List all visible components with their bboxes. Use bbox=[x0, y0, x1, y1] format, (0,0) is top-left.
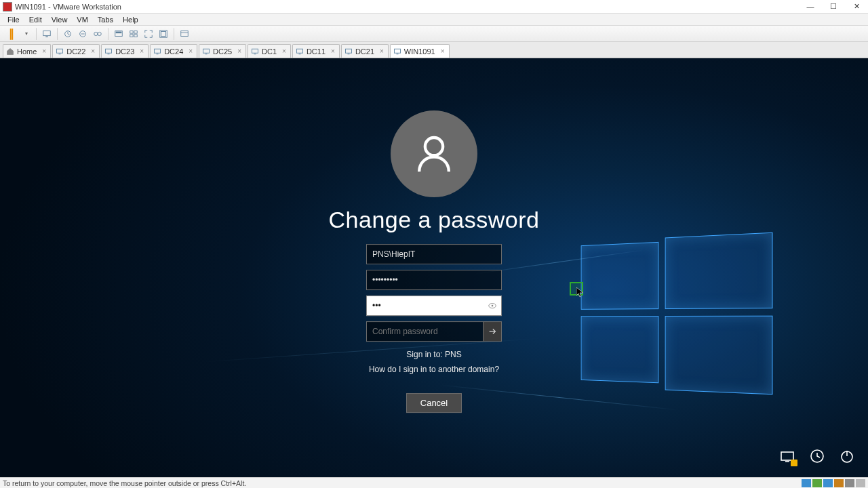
tab-dc22[interactable]: DC22 × bbox=[52, 44, 100, 58]
tab-close-icon[interactable]: × bbox=[140, 47, 144, 55]
tab-label: Home bbox=[17, 47, 37, 56]
tray-printer-icon[interactable] bbox=[856, 479, 865, 487]
user-avatar-icon bbox=[391, 110, 477, 197]
tab-dc11[interactable]: DC11 × bbox=[292, 44, 340, 58]
svg-rect-14 bbox=[181, 30, 189, 36]
tab-close-icon[interactable]: × bbox=[91, 47, 95, 55]
power-menu-button[interactable] bbox=[19, 27, 33, 41]
menu-tabs[interactable]: Tabs bbox=[93, 14, 118, 25]
svg-rect-26 bbox=[296, 49, 302, 53]
svg-rect-18 bbox=[106, 49, 112, 53]
manage-snapshots-button[interactable] bbox=[91, 27, 104, 41]
window-title: WIN1091 - VMware Workstation bbox=[15, 3, 121, 11]
send-ctrl-alt-del-button[interactable] bbox=[40, 27, 54, 41]
tab-close-icon[interactable]: × bbox=[380, 47, 384, 55]
tray-cd-icon[interactable] bbox=[812, 479, 822, 487]
svg-rect-13 bbox=[161, 31, 166, 36]
svg-rect-9 bbox=[134, 30, 137, 33]
tab-close-icon[interactable]: × bbox=[282, 47, 286, 55]
menu-help[interactable]: Help bbox=[118, 14, 143, 25]
tab-dc21[interactable]: DC21 × bbox=[341, 44, 389, 58]
menu-view[interactable]: View bbox=[47, 14, 73, 25]
tray-network-icon[interactable] bbox=[823, 479, 833, 487]
tab-label: WIN1091 bbox=[404, 47, 435, 56]
tab-close-icon[interactable]: × bbox=[189, 47, 193, 55]
ease-of-access-icon[interactable] bbox=[808, 447, 826, 465]
tab-dc1[interactable]: DC1 × bbox=[248, 44, 291, 58]
new-password-field[interactable] bbox=[366, 296, 502, 316]
revert-snapshot-button[interactable] bbox=[76, 27, 90, 41]
svg-point-34 bbox=[492, 305, 494, 307]
confirm-password-field[interactable] bbox=[366, 321, 483, 342]
tab-label: DC22 bbox=[66, 47, 85, 56]
svg-rect-22 bbox=[203, 49, 210, 53]
tab-dc25[interactable]: DC25 × bbox=[199, 44, 246, 58]
tray-usb-icon[interactable] bbox=[834, 479, 844, 487]
cancel-button[interactable]: Cancel bbox=[406, 393, 462, 413]
device-tray bbox=[802, 479, 868, 487]
svg-rect-24 bbox=[252, 49, 258, 53]
cursor-icon bbox=[576, 287, 585, 298]
username-field[interactable] bbox=[366, 244, 502, 264]
toolbar-separator bbox=[36, 28, 37, 40]
toolbar-separator bbox=[108, 28, 108, 40]
status-text: To return to your computer, move the mou… bbox=[0, 479, 802, 487]
unity-button[interactable] bbox=[157, 27, 170, 41]
toolbar-separator bbox=[57, 28, 58, 40]
svg-rect-35 bbox=[781, 452, 793, 460]
snapshot-button[interactable] bbox=[61, 27, 75, 41]
svg-rect-0 bbox=[43, 30, 51, 35]
svg-point-4 bbox=[94, 32, 98, 35]
submit-arrow-button[interactable] bbox=[483, 321, 502, 342]
svg-rect-10 bbox=[130, 34, 133, 37]
change-password-panel: Change a password Sign in to: PN bbox=[298, 110, 570, 413]
old-password-field[interactable] bbox=[366, 270, 502, 290]
tray-hdd-icon[interactable] bbox=[802, 479, 811, 487]
titlebar: WIN1091 - VMware Workstation — ☐ ✕ bbox=[0, 0, 868, 14]
tray-sound-icon[interactable] bbox=[845, 479, 854, 487]
menu-edit[interactable]: Edit bbox=[24, 14, 47, 25]
menubar: File Edit View VM Tabs Help bbox=[0, 14, 868, 26]
svg-rect-16 bbox=[57, 49, 63, 53]
suspend-button[interactable]: ∥ bbox=[4, 27, 18, 41]
app-icon bbox=[3, 2, 12, 12]
svg-point-32 bbox=[425, 138, 443, 155]
tab-close-icon[interactable]: × bbox=[42, 47, 46, 55]
menu-file[interactable]: File bbox=[3, 14, 24, 25]
other-domain-link[interactable]: How do I sign in to another domain? bbox=[369, 365, 499, 374]
svg-rect-7 bbox=[116, 31, 122, 33]
reveal-password-icon[interactable] bbox=[486, 299, 499, 312]
lock-screen-footer bbox=[778, 447, 856, 465]
fullscreen-button[interactable] bbox=[142, 27, 155, 41]
tab-label: DC21 bbox=[355, 47, 374, 56]
thumbnail-button[interactable] bbox=[127, 27, 140, 41]
tab-label: DC1 bbox=[262, 47, 277, 56]
tab-close-icon[interactable]: × bbox=[237, 47, 241, 55]
tab-close-icon[interactable]: × bbox=[441, 47, 445, 55]
menu-vm[interactable]: VM bbox=[72, 14, 93, 25]
close-button[interactable]: ✕ bbox=[845, 0, 868, 14]
tab-label: DC25 bbox=[213, 47, 232, 56]
network-icon[interactable] bbox=[778, 447, 796, 465]
power-icon[interactable] bbox=[838, 447, 856, 465]
vm-tabstrip: Home × DC22 × DC23 × DC24 × DC25 × DC1 × bbox=[0, 42, 868, 58]
svg-rect-1 bbox=[45, 36, 48, 37]
show-console-button[interactable] bbox=[112, 27, 125, 41]
tab-dc24[interactable]: DC24 × bbox=[150, 44, 197, 58]
windows-logo bbox=[581, 237, 773, 402]
tab-win1091[interactable]: WIN1091 × bbox=[390, 44, 450, 58]
svg-rect-8 bbox=[130, 30, 133, 33]
toolbar: ∥ bbox=[0, 26, 868, 42]
tab-close-icon[interactable]: × bbox=[331, 47, 335, 55]
tab-dc23[interactable]: DC23 × bbox=[101, 44, 149, 58]
tab-home[interactable]: Home × bbox=[3, 44, 51, 58]
page-title: Change a password bbox=[329, 207, 540, 233]
tab-label: DC11 bbox=[307, 47, 326, 56]
statusbar: To return to your computer, move the mou… bbox=[0, 477, 868, 488]
svg-rect-30 bbox=[394, 49, 400, 53]
vm-display[interactable]: Change a password Sign in to: PN bbox=[0, 58, 868, 477]
minimize-button[interactable]: — bbox=[799, 0, 822, 14]
maximize-button[interactable]: ☐ bbox=[822, 0, 845, 14]
svg-point-5 bbox=[98, 32, 101, 35]
library-button[interactable] bbox=[178, 27, 191, 41]
